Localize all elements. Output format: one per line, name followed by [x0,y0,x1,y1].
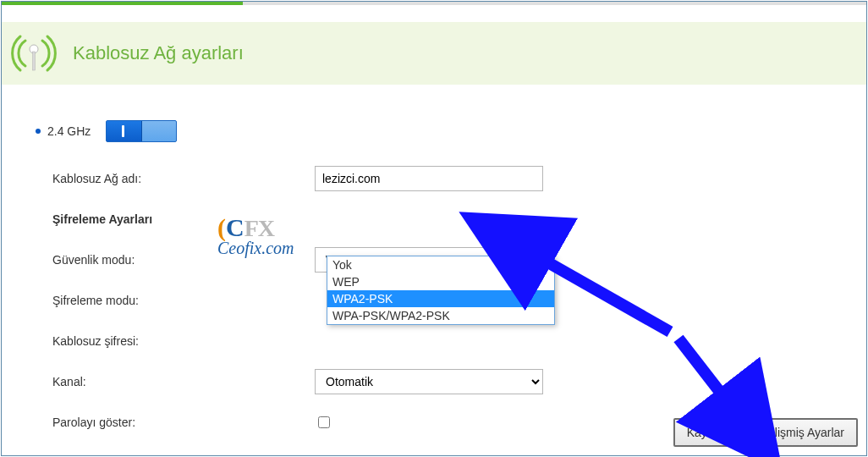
security-mode-dropdown[interactable]: Yok WEP WPA2-PSK WPA-PSK/WPA2-PSK [327,256,555,325]
wifi-icon [8,28,59,79]
encryption-mode-label: Şifreleme modu: [52,294,315,307]
svg-rect-1 [33,52,36,70]
ssid-input[interactable] [315,166,543,191]
ssid-label: Kablosuz Ağ adı: [52,172,315,185]
show-password-checkbox[interactable] [318,416,330,428]
dropdown-option[interactable]: WEP [327,273,554,290]
dropdown-option-selected[interactable]: WPA2-PSK [327,290,554,307]
wireless-password-label: Kablosuz şifresi: [52,334,315,348]
header: Kablosuz Ağ ayarları [2,22,866,85]
page-title: Kablosuz Ağ ayarları [73,42,244,64]
channel-label: Kanal: [52,375,315,388]
band-toggle[interactable] [106,120,177,142]
button-bar: Kaydet Gelişmiş Ayarlar [668,418,858,447]
show-password-label: Parolayı göster: [52,416,315,429]
top-bar [2,2,866,5]
band-row: 2.4 GHz [36,120,832,142]
dropdown-option[interactable]: WPA-PSK/WPA2-PSK [327,307,554,324]
save-button[interactable]: Kaydet [673,418,738,447]
advanced-button[interactable]: Gelişmiş Ayarlar [745,418,858,447]
encryption-heading: Şifreleme Ayarları [52,212,315,226]
channel-select[interactable]: Otomatik [315,369,543,394]
band-label: 2.4 GHz [47,124,91,138]
bullet-icon [36,129,41,134]
security-mode-label: Güvenlik modu: [52,253,315,267]
progress-indicator [2,2,243,5]
dropdown-option[interactable]: Yok [327,256,554,273]
